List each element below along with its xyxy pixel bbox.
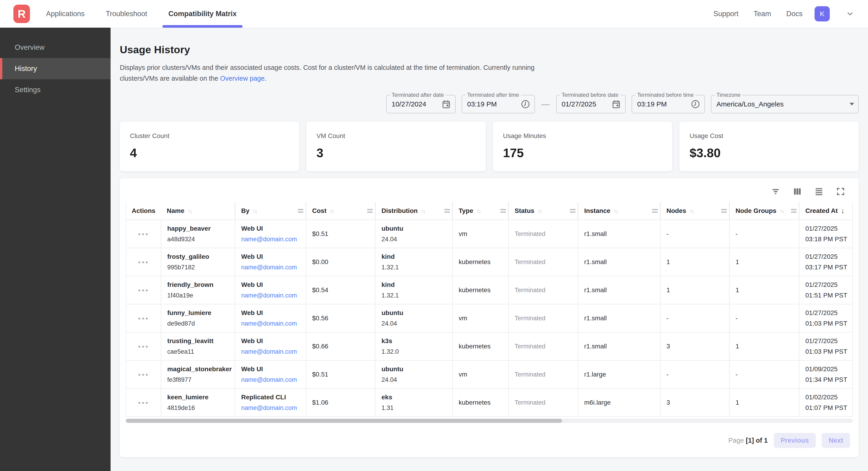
column-resize-handle[interactable] — [367, 209, 373, 213]
overview-page-link[interactable]: Overview page — [220, 75, 265, 82]
column-header-actions: Actions — [126, 202, 161, 219]
fullscreen-icon — [835, 186, 846, 197]
avatar[interactable]: K — [814, 6, 830, 22]
next-button[interactable]: Next — [822, 433, 850, 448]
nav-item-compatibility-matrix[interactable]: Compatibility Matrix — [168, 0, 237, 28]
email-link[interactable]: name@domain.com — [241, 263, 297, 271]
table-row: ●●● frosty_galileo995b7182 Web UIname@do… — [126, 248, 852, 276]
row-actions-button[interactable]: ●●● — [138, 316, 149, 321]
status-badge: Terminated — [515, 399, 546, 406]
table-row: ●●● friendly_brown1f40a19e Web UIname@do… — [126, 276, 852, 304]
column-resize-handle[interactable] — [500, 209, 506, 213]
filter-icon — [770, 186, 781, 197]
column-header-name[interactable]: Name↑↓ — [161, 202, 235, 219]
sort-icon: ↑↓ — [187, 208, 191, 214]
sidebar-item-history[interactable]: History — [0, 58, 111, 79]
column-header-status[interactable]: Status↑↓ — [508, 202, 578, 219]
sort-icon: ↑↓ — [538, 208, 541, 214]
column-header-created-at[interactable]: Created At↓ — [799, 202, 852, 219]
row-actions-button[interactable]: ●●● — [138, 372, 149, 377]
terminated-after-date-field[interactable]: Terminated after date 10/27/2024 — [386, 95, 456, 113]
sort-icon: ↑↓ — [253, 208, 257, 214]
status-badge: Terminated — [515, 230, 546, 238]
chevron-down-icon[interactable] — [846, 10, 854, 18]
sort-icon: ↑↓ — [421, 208, 425, 214]
row-actions-button[interactable]: ●●● — [138, 344, 149, 349]
calendar-icon[interactable] — [441, 99, 451, 109]
sidebar-item-settings[interactable]: Settings — [0, 79, 111, 100]
column-header-instance[interactable]: Instance↑↓ — [578, 202, 660, 219]
nav-link-team[interactable]: Team — [754, 10, 771, 18]
stat-card-cluster-count: Cluster Count 4 — [120, 122, 299, 171]
horizontal-scrollbar[interactable] — [126, 419, 853, 423]
nav-link-support[interactable]: Support — [713, 10, 739, 18]
secondary-nav: Support Team Docs K — [713, 6, 854, 22]
previous-button[interactable]: Previous — [774, 433, 816, 448]
sort-desc-icon: ↓ — [841, 207, 845, 215]
column-resize-handle[interactable] — [298, 209, 303, 213]
sort-icon: ↑↓ — [614, 208, 618, 214]
table-row: ●●● magical_stonebrakerfe3f8977 Web UIna… — [126, 361, 852, 389]
pagination: Page [1] of 1 Previous Next — [126, 433, 853, 448]
row-actions-button[interactable]: ●●● — [138, 288, 149, 293]
column-header-type[interactable]: Type↑↓ — [452, 202, 508, 219]
scrollbar-thumb[interactable] — [126, 419, 562, 423]
brand-logo[interactable]: R — [13, 5, 30, 23]
sidebar: Overview History Settings — [0, 28, 111, 471]
density-button[interactable] — [814, 186, 824, 197]
status-badge: Terminated — [515, 343, 546, 350]
sort-icon: ↑↓ — [689, 208, 693, 214]
density-icon — [814, 186, 824, 197]
column-resize-handle[interactable] — [791, 209, 797, 213]
columns-button[interactable] — [792, 186, 803, 197]
clock-icon[interactable] — [521, 99, 530, 109]
nav-item-troubleshoot[interactable]: Troubleshoot — [106, 0, 147, 28]
usage-table-card: Actions Name↑↓ By↑↓ Cost↑↓ Distribution↑… — [120, 178, 859, 457]
email-link[interactable]: name@domain.com — [241, 376, 297, 384]
page-title: Usage History — [120, 44, 859, 56]
calendar-icon[interactable] — [611, 99, 621, 109]
table-row: ●●● trusting_leavittcae5ea11 Web UIname@… — [126, 332, 852, 361]
row-actions-button[interactable]: ●●● — [138, 260, 149, 265]
row-actions-button[interactable]: ●●● — [138, 400, 149, 405]
table-row: ●●● happy_beavera48d9324 Web UIname@doma… — [126, 220, 852, 248]
active-tab-underline — [162, 25, 243, 28]
terminated-before-time-field[interactable]: Terminated before time 03:19 PM — [632, 95, 705, 113]
nav-item-applications[interactable]: Applications — [46, 0, 85, 28]
column-resize-handle[interactable] — [721, 209, 727, 213]
timezone-select[interactable]: Timezone America/Los_Angeles — [711, 95, 859, 113]
terminated-after-time-field[interactable]: Terminated after time 03:19 PM — [462, 95, 535, 113]
sidebar-item-overview[interactable]: Overview — [0, 37, 111, 58]
column-header-nodes[interactable]: Nodes↑↓ — [660, 202, 729, 219]
terminated-before-date-field[interactable]: Terminated before date 01/27/2025 — [556, 95, 626, 113]
column-resize-handle[interactable] — [444, 209, 450, 213]
clock-icon[interactable] — [691, 99, 700, 109]
sort-icon: ↑↓ — [330, 208, 334, 214]
email-link[interactable]: name@domain.com — [241, 320, 297, 327]
column-resize-handle[interactable] — [570, 209, 576, 213]
filter-button[interactable] — [770, 186, 781, 197]
sort-icon: ↑↓ — [779, 208, 783, 214]
email-link[interactable]: name@domain.com — [241, 292, 297, 299]
column-header-cost[interactable]: Cost↑↓ — [306, 202, 375, 219]
table-header-row: Actions Name↑↓ By↑↓ Cost↑↓ Distribution↑… — [126, 202, 852, 220]
email-link[interactable]: name@domain.com — [241, 404, 297, 412]
fullscreen-button[interactable] — [835, 186, 846, 197]
dropdown-arrow-icon — [849, 103, 854, 106]
columns-icon — [792, 186, 803, 197]
column-resize-handle[interactable] — [652, 209, 658, 213]
primary-nav: Applications Troubleshoot Compatibility … — [46, 0, 237, 28]
row-actions-button[interactable]: ●●● — [138, 231, 149, 237]
nav-link-docs[interactable]: Docs — [786, 10, 803, 18]
email-link[interactable]: name@domain.com — [241, 348, 297, 356]
top-navigation: R Applications Troubleshoot Compatibilit… — [0, 0, 868, 28]
page-indicator: Page [1] of 1 — [728, 437, 768, 444]
status-badge: Terminated — [515, 287, 546, 294]
stat-card-vm-count: VM Count 3 — [306, 122, 486, 171]
column-header-node-groups[interactable]: Node Groups↑↓ — [729, 202, 799, 219]
main-content: Usage History Displays prior clusters/VM… — [111, 28, 868, 471]
page-description: Displays prior clusters/VMs and their as… — [120, 62, 859, 84]
column-header-distribution[interactable]: Distribution↑↓ — [375, 202, 452, 219]
column-header-by[interactable]: By↑↓ — [235, 202, 306, 219]
email-link[interactable]: name@domain.com — [241, 235, 297, 243]
